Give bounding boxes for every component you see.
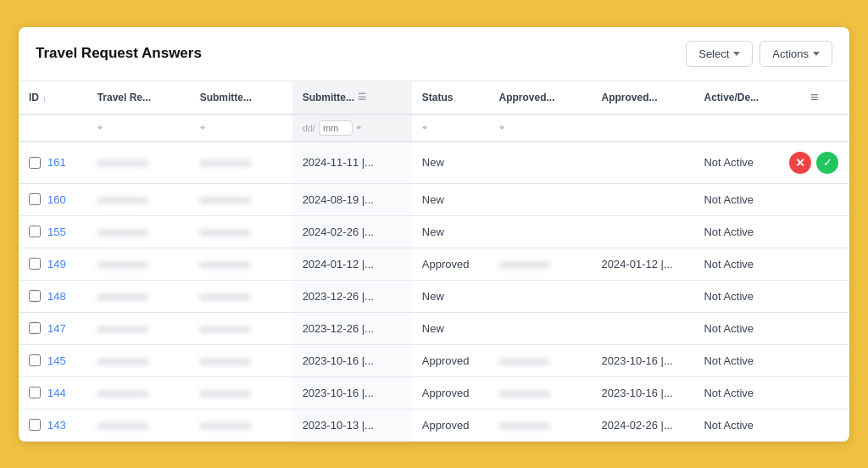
- row-checkbox[interactable]: [29, 419, 41, 431]
- cell-submitter: xxxxxxxxxx: [190, 215, 292, 248]
- approve-button[interactable]: ✓: [816, 152, 838, 174]
- filter-icon[interactable]: ⌖: [200, 122, 205, 133]
- cell-submitted: 2024-11-11 |...: [292, 142, 412, 184]
- cell-approved-by: [489, 183, 592, 215]
- cell-row-actions: [779, 376, 849, 409]
- cell-submitted: 2024-01-12 |...: [292, 248, 412, 280]
- cell-submitted: 2023-12-26 |...: [292, 280, 412, 312]
- table-row: 143xxxxxxxxxxxxxxxxxxxx2023-10-13 |...Ap…: [19, 409, 849, 441]
- cell-id: 155: [19, 215, 87, 248]
- cell-id: 145: [19, 344, 87, 376]
- cell-status: New: [412, 183, 489, 215]
- cell-active: Not Active: [693, 376, 779, 409]
- cell-id: 149: [19, 248, 87, 280]
- cell-row-actions: [779, 312, 849, 344]
- row-checkbox[interactable]: [29, 157, 41, 169]
- filter-actions: [779, 114, 849, 142]
- cell-status: New: [412, 280, 489, 312]
- row-checkbox[interactable]: [29, 322, 41, 334]
- cell-submitter: xxxxxxxxxx: [190, 280, 292, 312]
- table-row: 149xxxxxxxxxxxxxxxxxxxx2024-01-12 |...Ap…: [19, 248, 849, 280]
- cell-travel: xxxxxxxxxx: [87, 142, 190, 184]
- row-checkbox[interactable]: [29, 193, 41, 205]
- filter-travel: ⌖: [87, 114, 190, 142]
- select-button[interactable]: Select: [686, 41, 753, 67]
- table-header-row: ID ↓ Travel Re... Submitte... Submitte..…: [19, 81, 849, 114]
- cell-status: Approved: [412, 344, 489, 376]
- cell-submitter: xxxxxxxxxx: [190, 344, 292, 376]
- th-actions: ≡: [779, 81, 849, 114]
- filter-id: [19, 114, 87, 142]
- cell-approved-date: [591, 280, 693, 312]
- table-row: 147xxxxxxxxxxxxxxxxxxxx2023-12-26 |...Ne…: [19, 312, 849, 344]
- cell-submitted: 2024-08-19 |...: [292, 183, 412, 215]
- cell-travel: xxxxxxxxxx: [87, 344, 190, 376]
- cell-id: 147: [19, 312, 87, 344]
- cell-submitted: 2023-10-16 |...: [292, 344, 412, 376]
- th-id: ID ↓: [19, 81, 87, 114]
- row-checkbox[interactable]: [29, 387, 41, 398]
- filter-icon[interactable]: ⌖: [499, 122, 504, 133]
- cell-active: Not Active: [693, 344, 779, 376]
- cell-submitter: xxxxxxxxxx: [190, 183, 292, 215]
- date-filter-input[interactable]: [319, 120, 353, 136]
- table-row: 148xxxxxxxxxxxxxxxxxxxx2023-12-26 |...Ne…: [19, 280, 849, 312]
- cell-travel: xxxxxxxxxx: [87, 376, 190, 409]
- cell-id: 161: [19, 142, 87, 184]
- column-menu-icon[interactable]: ☰: [358, 92, 366, 103]
- header-actions: Select Actions: [686, 41, 832, 67]
- cell-approved-date: 2024-02-26 |...: [591, 409, 693, 441]
- table-menu-icon[interactable]: ≡: [810, 90, 818, 104]
- cell-active: Not Active: [693, 183, 779, 215]
- cell-approved-by: [489, 215, 592, 248]
- cell-travel: xxxxxxxxxx: [87, 183, 190, 215]
- th-status: Status: [412, 81, 489, 114]
- row-checkbox[interactable]: [29, 290, 41, 302]
- cell-id: 144: [19, 376, 87, 409]
- cell-row-actions: [779, 409, 849, 441]
- row-checkbox[interactable]: [29, 258, 41, 270]
- actions-button[interactable]: Actions: [760, 41, 832, 67]
- cell-submitter: xxxxxxxxxx: [190, 312, 292, 344]
- cell-submitted: 2023-10-13 |...: [292, 409, 412, 441]
- reject-button[interactable]: ✕: [789, 152, 811, 174]
- th-submitted: Submitte... ☰: [292, 81, 412, 114]
- cell-approved-by: [489, 312, 592, 344]
- cell-active: Not Active: [693, 248, 779, 280]
- cell-status: Approved: [412, 409, 489, 441]
- cell-active: Not Active: [693, 142, 779, 184]
- page-title: Travel Request Answers: [36, 45, 202, 62]
- cell-travel: xxxxxxxxxx: [87, 215, 190, 248]
- cell-approved-by: xxxxxxxxxx: [489, 248, 592, 280]
- filter-icon[interactable]: ⌖: [422, 122, 427, 133]
- cell-id: 148: [19, 280, 87, 312]
- th-submitter: Submitte...: [190, 81, 292, 114]
- filter-icon[interactable]: ⌖: [97, 122, 103, 133]
- cell-travel: xxxxxxxxxx: [87, 248, 190, 280]
- row-checkbox[interactable]: [29, 226, 41, 237]
- cell-active: Not Active: [693, 215, 779, 248]
- cell-approved-date: 2023-10-16 |...: [591, 344, 693, 376]
- card-header: Travel Request Answers Select Actions: [19, 27, 849, 81]
- cell-approved-by: xxxxxxxxxx: [489, 376, 592, 409]
- chevron-down-icon: [813, 52, 820, 56]
- table-row: 144xxxxxxxxxxxxxxxxxxxx2023-10-16 |...Ap…: [19, 376, 849, 409]
- cell-approved-by: [489, 142, 592, 184]
- cell-status: Approved: [412, 248, 489, 280]
- th-approved-by: Approved...: [489, 81, 592, 114]
- filter-row: ⌖ ⌖ dd/ ⌖ ⌖: [19, 114, 849, 142]
- sort-icon[interactable]: ↓: [42, 92, 47, 103]
- cell-submitted: 2024-02-26 |...: [292, 215, 412, 248]
- cell-row-actions: [779, 183, 849, 215]
- row-checkbox[interactable]: [29, 354, 41, 366]
- cell-id: 160: [19, 183, 87, 215]
- cell-row-actions: [779, 344, 849, 376]
- main-card: Travel Request Answers Select Actions ID…: [19, 27, 849, 442]
- filter-icon[interactable]: ⌖: [356, 122, 361, 133]
- cell-submitter: xxxxxxxxxx: [190, 409, 292, 441]
- cell-approved-by: xxxxxxxxxx: [489, 409, 592, 441]
- table-row: 145xxxxxxxxxxxxxxxxxxxx2023-10-16 |...Ap…: [19, 344, 849, 376]
- table-row: 155xxxxxxxxxxxxxxxxxxxx2024-02-26 |...Ne…: [19, 215, 849, 248]
- data-table: ID ↓ Travel Re... Submitte... Submitte..…: [19, 81, 849, 442]
- cell-approved-date: [591, 215, 693, 248]
